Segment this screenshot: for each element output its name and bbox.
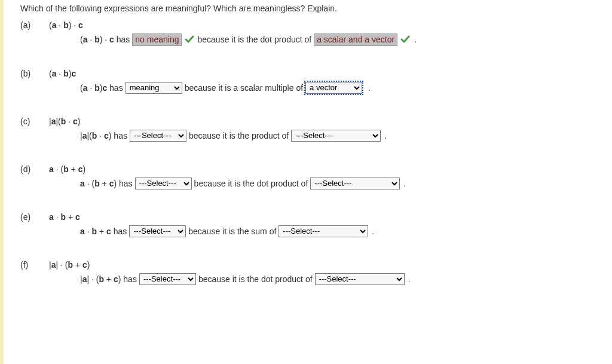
part-f-select2[interactable]: ---Select--- — [315, 273, 405, 285]
part-c-answer-row: |a|(b · c) has ---Select--- because it i… — [20, 130, 600, 142]
part-e-select2[interactable]: ---Select--- — [279, 225, 368, 237]
part-e-answer-row: a · b + c has ---Select--- because it is… — [20, 225, 600, 237]
period: . — [384, 131, 387, 140]
question-prompt: Which of the following expressions are m… — [20, 4, 600, 13]
part-e-answer-expr: a · b + c has — [80, 227, 127, 236]
period: . — [408, 274, 411, 284]
part-d-select2[interactable]: ---Select--- — [310, 178, 400, 189]
part-d-answer-row: a · (b + c) has ---Select--- because it … — [20, 178, 600, 189]
part-a-label: (a) — [20, 20, 49, 30]
part-a-answer1-box: no meaning — [132, 33, 182, 46]
part-a-expression: (a · b) · c — [49, 20, 83, 30]
part-a-answer-expr: (a · b) · c has — [80, 35, 130, 44]
part-c-expression: |a|(b · c) — [49, 117, 80, 126]
part-b-select1[interactable]: meaning — [126, 82, 182, 94]
part-d-select1[interactable]: ---Select--- — [135, 178, 192, 189]
part-f-header: (f) |a| · (b + c) — [20, 260, 600, 270]
part-a-answer-row: (a · b) · c has no meaning because it is… — [20, 33, 600, 46]
part-f-select1[interactable]: ---Select--- — [139, 273, 196, 285]
period: . — [372, 227, 374, 236]
part-e-expression: a · b + c — [49, 212, 80, 222]
part-f-answer-expr: |a| · (b + c) has — [80, 274, 137, 284]
part-c-header: (c) |a|(b · c) — [20, 117, 600, 126]
part-c: (c) |a|(b · c) |a|(b · c) has ---Select-… — [20, 117, 600, 142]
part-d-label: (d) — [20, 164, 49, 174]
part-d-header: (d) a · (b + c) — [20, 164, 600, 174]
part-e-select1[interactable]: ---Select--- — [129, 225, 186, 237]
part-b-answer-expr: (a · b)c has — [80, 83, 123, 93]
part-b-label: (b) — [20, 69, 49, 78]
part-d-expression: a · (b + c) — [49, 164, 85, 174]
part-c-label: (c) — [20, 117, 49, 126]
part-d-answer-expr: a · (b + c) has — [80, 179, 133, 188]
question-container: Which of the following expressions are m… — [0, 0, 612, 364]
period: . — [414, 35, 417, 44]
part-b: (b) (a · b)c (a · b)c has meaning becaus… — [20, 69, 600, 94]
period: . — [403, 179, 406, 188]
part-b-header: (b) (a · b)c — [20, 69, 600, 78]
part-b-answer-row: (a · b)c has meaning because it is a sca… — [20, 82, 600, 94]
part-f-between-text: because it is the dot product of — [198, 274, 313, 284]
check-icon — [184, 34, 195, 45]
part-c-select1[interactable]: ---Select--- — [130, 130, 186, 142]
part-f: (f) |a| · (b + c) |a| · (b + c) has ---S… — [20, 260, 600, 285]
check-icon — [400, 34, 411, 45]
period: . — [368, 83, 371, 93]
part-c-answer-expr: |a|(b · c) has — [80, 131, 127, 140]
part-b-between-text: because it is a scalar multiple of — [185, 83, 303, 93]
part-d: (d) a · (b + c) a · (b + c) has ---Selec… — [20, 164, 600, 189]
part-a: (a) (a · b) · c (a · b) · c has no meani… — [20, 20, 600, 46]
part-a-answer2-box: a scalar and a vector — [314, 33, 397, 46]
part-f-label: (f) — [20, 260, 49, 270]
part-f-answer-row: |a| · (b + c) has ---Select--- because i… — [20, 273, 600, 285]
part-e: (e) a · b + c a · b + c has ---Select---… — [20, 212, 600, 237]
part-a-between-text: because it is the dot product of — [197, 35, 311, 44]
part-b-expression: (a · b)c — [49, 69, 76, 78]
part-b-select2[interactable]: a vector — [305, 82, 362, 94]
part-c-between-text: because it is the product of — [189, 131, 289, 140]
part-d-between-text: because it is the dot product of — [194, 179, 308, 188]
part-e-header: (e) a · b + c — [20, 212, 600, 222]
part-f-expression: |a| · (b + c) — [49, 260, 90, 270]
part-a-header: (a) (a · b) · c — [20, 20, 600, 30]
part-e-between-text: because it is the sum of — [188, 227, 276, 236]
part-e-label: (e) — [20, 212, 49, 222]
part-c-select2[interactable]: ---Select--- — [291, 130, 381, 142]
